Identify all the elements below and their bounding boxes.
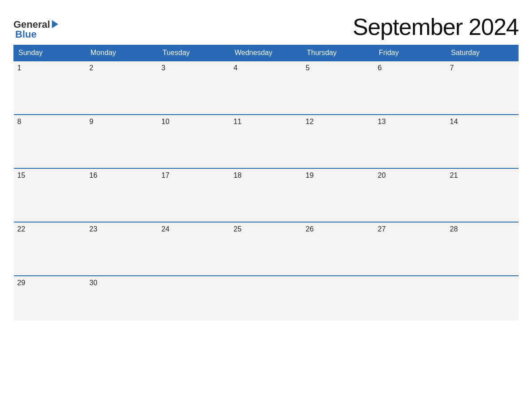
calendar-day-cell: 9 [86,115,158,168]
calendar-day-cell: 21 [446,168,519,222]
days-of-week-row: Sunday Monday Tuesday Wednesday Thursday… [14,45,519,61]
day-number: 15 [17,171,26,179]
col-thursday: Thursday [302,45,374,61]
calendar-day-cell: 28 [446,222,519,276]
calendar-day-cell: 3 [158,61,230,115]
logo-blue-text: Blue [13,29,37,40]
calendar-day-cell: 4 [230,61,302,115]
day-number: 16 [90,171,98,179]
calendar-week-row: 2930 [14,276,519,321]
calendar-day-cell: 25 [230,222,302,276]
logo: General Blue [13,19,58,40]
calendar-day-cell: 8 [14,115,86,168]
day-number: 25 [234,225,242,233]
calendar-week-row: 15161718192021 [14,168,519,222]
col-sunday: Sunday [14,45,86,61]
day-number: 29 [17,279,26,287]
day-number: 19 [306,171,314,179]
calendar-day-cell: 13 [374,115,446,168]
day-number: 2 [90,64,94,72]
day-number: 22 [17,225,26,233]
calendar-day-cell: 26 [302,222,374,276]
calendar-day-cell: 30 [86,276,158,321]
calendar-day-cell: 11 [230,115,302,168]
calendar-day-cell: 29 [14,276,86,321]
day-number: 13 [378,118,386,125]
calendar-week-row: 22232425262728 [14,222,519,276]
day-number: 21 [450,171,458,179]
day-number: 27 [378,225,386,233]
calendar-day-cell [230,276,302,321]
calendar-day-cell: 7 [446,61,519,115]
calendar-day-cell: 2 [86,61,158,115]
day-number: 28 [450,225,458,233]
day-number: 20 [378,171,386,179]
calendar-day-cell: 14 [446,115,519,168]
calendar-day-cell: 6 [374,61,446,115]
day-number: 17 [162,171,170,179]
calendar-table: Sunday Monday Tuesday Wednesday Thursday… [13,45,519,321]
calendar-day-cell: 27 [374,222,446,276]
day-number: 6 [378,64,382,72]
page-header: General Blue September 2024 [13,13,519,40]
day-number: 1 [17,64,21,72]
day-number: 5 [306,64,310,72]
calendar-day-cell: 17 [158,168,230,222]
calendar-day-cell: 24 [158,222,230,276]
day-number: 12 [306,118,314,125]
calendar-day-cell [158,276,230,321]
day-number: 23 [90,225,98,233]
day-number: 24 [162,225,170,233]
day-number: 14 [450,118,458,125]
calendar-day-cell: 15 [14,168,86,222]
calendar-day-cell: 23 [86,222,158,276]
calendar-day-cell: 22 [14,222,86,276]
col-wednesday: Wednesday [230,45,302,61]
calendar-day-cell: 5 [302,61,374,115]
calendar-day-cell: 18 [230,168,302,222]
col-tuesday: Tuesday [158,45,230,61]
day-number: 26 [306,225,314,233]
logo-arrow-icon [52,20,58,28]
day-number: 8 [17,118,21,125]
calendar-day-cell [446,276,519,321]
calendar-day-cell [374,276,446,321]
day-number: 30 [90,279,98,287]
calendar-day-cell: 1 [14,61,86,115]
day-number: 3 [162,64,166,72]
day-number: 4 [234,64,238,72]
day-number: 7 [450,64,454,72]
calendar-day-cell [302,276,374,321]
calendar-week-row: 891011121314 [14,115,519,168]
day-number: 11 [234,118,242,125]
col-saturday: Saturday [446,45,519,61]
calendar-day-cell: 16 [86,168,158,222]
calendar-day-cell: 10 [158,115,230,168]
calendar-week-row: 1234567 [14,61,519,115]
calendar-day-cell: 12 [302,115,374,168]
calendar-body: 1234567891011121314151617181920212223242… [14,61,519,321]
month-title: September 2024 [353,13,519,40]
col-monday: Monday [86,45,158,61]
day-number: 9 [90,118,94,125]
day-number: 18 [234,171,242,179]
day-number: 10 [162,118,170,125]
calendar-day-cell: 19 [302,168,374,222]
calendar-day-cell: 20 [374,168,446,222]
col-friday: Friday [374,45,446,61]
